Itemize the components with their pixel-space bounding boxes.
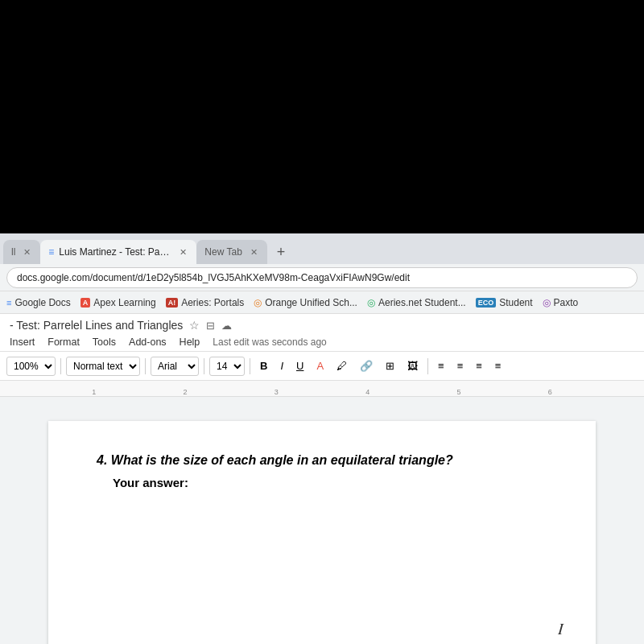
- bookmark-orange-label: Orange Unified Sch...: [265, 297, 357, 308]
- menu-addons[interactable]: Add-ons: [129, 336, 167, 348]
- link-button[interactable]: 🔗: [355, 357, 378, 376]
- docs-toolbar: 100% Normal text Arial 14 B I U A: [0, 352, 644, 381]
- docs-menu-row: Insert Format Tools Add-ons Help Last ed…: [10, 335, 634, 351]
- bookmark-googledocs-label: Google Docs: [14, 297, 70, 308]
- toolbar-divider-1: [60, 358, 61, 374]
- tab-other-label: ll: [11, 246, 15, 258]
- screen-container: ll ✕ ≡ Luis Martinez - Test: Parrelel Li…: [0, 0, 644, 644]
- bookmark-apex[interactable]: A Apex Learning: [80, 297, 156, 308]
- bookmark-orange[interactable]: ◎ Orange Unified Sch...: [254, 297, 357, 308]
- bookmark-paxton-label: Paxto: [554, 297, 579, 308]
- style-select[interactable]: Normal text: [66, 357, 140, 376]
- ruler-mark-3: 3: [231, 388, 322, 396]
- underline-button[interactable]: U: [291, 357, 308, 376]
- image-button[interactable]: 🖼: [402, 357, 423, 376]
- doc-area: - Test: Parrelel Lines and Triangles ☆ ⊟…: [0, 314, 644, 644]
- tab-newtab[interactable]: New Tab ✕: [196, 240, 266, 264]
- black-top-area: [0, 0, 644, 233]
- tab-newtab-close[interactable]: ✕: [249, 246, 259, 259]
- bookmark-aeries[interactable]: A! Aeries: Portals: [166, 297, 245, 308]
- aeries-icon: A!: [166, 298, 179, 308]
- ruler-marks: 1 2 3 4 5 6: [0, 381, 644, 396]
- ruler-mark-5: 5: [413, 388, 504, 396]
- tab-docs-label: Luis Martinez - Test: Parrelel Lines ...: [59, 246, 171, 258]
- last-edit-status: Last edit was seconds ago: [213, 336, 326, 348]
- new-tab-icon: +: [277, 244, 286, 261]
- browser-window: ll ✕ ≡ Luis Martinez - Test: Parrelel Li…: [0, 233, 644, 644]
- ruler-mark-2: 2: [139, 388, 230, 396]
- tab-newtab-label: New Tab: [204, 246, 242, 258]
- justify-button[interactable]: ≡: [490, 357, 506, 376]
- fontsize-select[interactable]: 14: [209, 357, 245, 376]
- bookmark-apex-label: Apex Learning: [93, 297, 155, 308]
- bookmark-googledocs[interactable]: ≡ Google Docs: [6, 297, 71, 308]
- doc-answer: Your answer:: [113, 476, 547, 489]
- ruler: 1 2 3 4 5 6: [0, 381, 644, 397]
- address-input[interactable]: [6, 267, 638, 288]
- menu-insert[interactable]: Insert: [10, 336, 35, 348]
- new-tab-button[interactable]: +: [267, 240, 295, 264]
- zoom-select[interactable]: 100%: [6, 357, 56, 376]
- toolbar-divider-5: [427, 358, 428, 374]
- aeries2-icon: ◎: [367, 297, 375, 308]
- bookmark-aeriesnet[interactable]: ◎ Aeries.net Student...: [367, 297, 466, 308]
- bookmark-aeriesnet-label: Aeries.net Student...: [378, 297, 466, 308]
- docs-bm-icon: ≡: [6, 298, 11, 308]
- tab-other-close[interactable]: ✕: [22, 246, 32, 259]
- tab-bar: ll ✕ ≡ Luis Martinez - Test: Parrelel Li…: [0, 233, 644, 264]
- docs-title-row: - Test: Parrelel Lines and Triangles ☆ ⊟…: [10, 319, 634, 335]
- tab-docs-close[interactable]: ✕: [178, 246, 188, 259]
- text-color-icon[interactable]: 🖊: [332, 357, 352, 376]
- bookmark-paxton[interactable]: ◎ Paxto: [543, 297, 579, 308]
- menu-format[interactable]: Format: [47, 336, 80, 348]
- doc-page[interactable]: 4. What is the size of each angle in an …: [48, 421, 596, 644]
- apex-icon: A: [80, 298, 91, 308]
- docs-folder-icon[interactable]: ⊟: [206, 320, 215, 332]
- align-left-button[interactable]: ≡: [471, 357, 487, 376]
- toolbar-divider-2: [145, 358, 146, 374]
- align-center-button[interactable]: ≡: [452, 357, 469, 376]
- ruler-mark-6: 6: [505, 388, 596, 396]
- text-cursor-icon: 𝐼: [558, 620, 564, 638]
- address-bar: [0, 264, 644, 291]
- align-right-button[interactable]: ≡: [433, 357, 449, 376]
- paxton-icon: ◎: [543, 297, 551, 308]
- ruler-mark-4: 4: [322, 388, 413, 396]
- docs-header: - Test: Parrelel Lines and Triangles ☆ ⊟…: [0, 314, 644, 352]
- docs-tab-icon: ≡: [48, 246, 54, 258]
- docs-title: - Test: Parrelel Lines and Triangles: [10, 319, 183, 332]
- toolbar-divider-4: [250, 358, 250, 374]
- comment-button[interactable]: ⊞: [381, 357, 399, 376]
- menu-tools[interactable]: Tools: [93, 336, 116, 348]
- bookmark-student-label: Student: [499, 297, 532, 308]
- docs-cloud-icon[interactable]: ☁: [221, 320, 232, 332]
- docs-star-icon[interactable]: ☆: [189, 319, 200, 332]
- bookmark-student[interactable]: ECO Student: [476, 297, 533, 308]
- color-button[interactable]: A: [312, 357, 328, 376]
- bookmarks-bar: ≡ Google Docs A Apex Learning A! Aeries:…: [0, 291, 644, 314]
- font-select[interactable]: Arial: [151, 357, 199, 376]
- orange-icon: ◎: [254, 297, 262, 308]
- student-icon: ECO: [476, 298, 497, 308]
- doc-question: 4. What is the size of each angle in an …: [97, 453, 547, 468]
- bold-button[interactable]: B: [255, 357, 272, 376]
- italic-button[interactable]: I: [275, 357, 288, 376]
- doc-content: 4. What is the size of each angle in an …: [0, 397, 644, 644]
- ruler-mark-1: 1: [48, 388, 139, 396]
- bookmark-aeries-label: Aeries: Portals: [181, 297, 244, 308]
- menu-help[interactable]: Help: [180, 336, 200, 348]
- tab-docs[interactable]: ≡ Luis Martinez - Test: Parrelel Lines .…: [40, 240, 196, 264]
- toolbar-divider-3: [204, 358, 204, 374]
- tab-other[interactable]: ll ✕: [3, 240, 40, 264]
